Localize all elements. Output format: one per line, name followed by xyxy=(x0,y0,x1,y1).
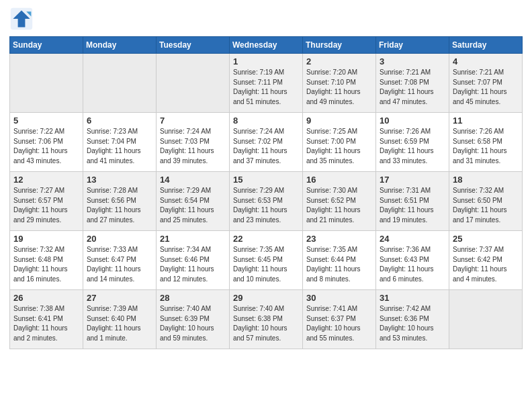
day-number: 7 xyxy=(160,116,226,126)
day-info: Sunrise: 7:38 AMSunset: 6:41 PMDaylight:… xyxy=(13,304,79,343)
day-number: 15 xyxy=(233,175,299,185)
calendar-cell: 27Sunrise: 7:39 AMSunset: 6:40 PMDayligh… xyxy=(83,290,157,349)
calendar-cell xyxy=(10,54,83,113)
col-header-saturday: Saturday xyxy=(449,37,523,54)
day-number: 6 xyxy=(87,116,152,126)
day-number: 5 xyxy=(13,116,79,126)
calendar-cell: 4Sunrise: 7:21 AMSunset: 7:07 PMDaylight… xyxy=(449,54,523,113)
calendar-cell: 3Sunrise: 7:21 AMSunset: 7:08 PMDaylight… xyxy=(376,54,449,113)
calendar-cell: 30Sunrise: 7:41 AMSunset: 6:37 PMDayligh… xyxy=(303,290,376,349)
day-number: 30 xyxy=(306,293,372,303)
day-info: Sunrise: 7:40 AMSunset: 6:39 PMDaylight:… xyxy=(160,304,226,343)
day-info: Sunrise: 7:24 AMSunset: 7:02 PMDaylight:… xyxy=(233,127,299,166)
day-number: 27 xyxy=(87,293,152,303)
day-number: 20 xyxy=(87,234,152,244)
calendar-cell: 12Sunrise: 7:27 AMSunset: 6:57 PMDayligh… xyxy=(10,172,83,231)
col-header-wednesday: Wednesday xyxy=(230,37,303,54)
calendar-cell: 7Sunrise: 7:24 AMSunset: 7:03 PMDaylight… xyxy=(157,113,230,172)
day-number: 11 xyxy=(453,116,519,126)
calendar-week-3: 12Sunrise: 7:27 AMSunset: 6:57 PMDayligh… xyxy=(10,172,523,231)
day-number: 8 xyxy=(233,116,299,126)
col-header-monday: Monday xyxy=(83,37,157,54)
calendar-cell: 10Sunrise: 7:26 AMSunset: 6:59 PMDayligh… xyxy=(376,113,449,172)
day-number: 2 xyxy=(306,56,372,66)
day-info: Sunrise: 7:27 AMSunset: 6:57 PMDaylight:… xyxy=(13,186,79,225)
calendar-cell: 19Sunrise: 7:32 AMSunset: 6:48 PMDayligh… xyxy=(10,231,83,290)
calendar-cell: 13Sunrise: 7:28 AMSunset: 6:56 PMDayligh… xyxy=(83,172,157,231)
day-info: Sunrise: 7:35 AMSunset: 6:44 PMDaylight:… xyxy=(306,245,372,284)
calendar-cell xyxy=(157,54,230,113)
day-info: Sunrise: 7:26 AMSunset: 6:59 PMDaylight:… xyxy=(380,127,445,166)
day-info: Sunrise: 7:24 AMSunset: 7:03 PMDaylight:… xyxy=(160,127,226,166)
calendar-week-1: 1Sunrise: 7:19 AMSunset: 7:11 PMDaylight… xyxy=(10,54,523,113)
day-info: Sunrise: 7:37 AMSunset: 6:42 PMDaylight:… xyxy=(453,245,519,284)
day-number: 10 xyxy=(380,116,445,126)
day-info: Sunrise: 7:35 AMSunset: 6:45 PMDaylight:… xyxy=(233,245,299,284)
day-number: 23 xyxy=(306,234,372,244)
calendar-cell: 23Sunrise: 7:35 AMSunset: 6:44 PMDayligh… xyxy=(303,231,376,290)
day-info: Sunrise: 7:23 AMSunset: 7:04 PMDaylight:… xyxy=(87,127,152,166)
day-info: Sunrise: 7:34 AMSunset: 6:46 PMDaylight:… xyxy=(160,245,226,284)
day-info: Sunrise: 7:19 AMSunset: 7:11 PMDaylight:… xyxy=(233,68,299,107)
day-info: Sunrise: 7:20 AMSunset: 7:10 PMDaylight:… xyxy=(306,68,372,107)
calendar-cell: 22Sunrise: 7:35 AMSunset: 6:45 PMDayligh… xyxy=(230,231,303,290)
day-info: Sunrise: 7:21 AMSunset: 7:08 PMDaylight:… xyxy=(380,68,445,107)
calendar-week-4: 19Sunrise: 7:32 AMSunset: 6:48 PMDayligh… xyxy=(10,231,523,290)
calendar-cell: 24Sunrise: 7:36 AMSunset: 6:43 PMDayligh… xyxy=(376,231,449,290)
calendar-cell: 9Sunrise: 7:25 AMSunset: 7:00 PMDaylight… xyxy=(303,113,376,172)
day-number: 17 xyxy=(380,175,445,185)
calendar-cell: 15Sunrise: 7:29 AMSunset: 6:53 PMDayligh… xyxy=(230,172,303,231)
calendar-cell: 17Sunrise: 7:31 AMSunset: 6:51 PMDayligh… xyxy=(376,172,449,231)
day-number: 16 xyxy=(306,175,372,185)
calendar-cell: 16Sunrise: 7:30 AMSunset: 6:52 PMDayligh… xyxy=(303,172,376,231)
day-info: Sunrise: 7:29 AMSunset: 6:54 PMDaylight:… xyxy=(160,186,226,225)
day-info: Sunrise: 7:32 AMSunset: 6:50 PMDaylight:… xyxy=(453,186,519,225)
calendar-cell xyxy=(449,290,523,349)
day-number: 14 xyxy=(160,175,226,185)
day-info: Sunrise: 7:41 AMSunset: 6:37 PMDaylight:… xyxy=(306,304,372,343)
day-info: Sunrise: 7:25 AMSunset: 7:00 PMDaylight:… xyxy=(306,127,372,166)
calendar-cell: 8Sunrise: 7:24 AMSunset: 7:02 PMDaylight… xyxy=(230,113,303,172)
day-info: Sunrise: 7:39 AMSunset: 6:40 PMDaylight:… xyxy=(87,304,152,343)
day-number: 18 xyxy=(453,175,519,185)
calendar-cell: 1Sunrise: 7:19 AMSunset: 7:11 PMDaylight… xyxy=(230,54,303,113)
day-info: Sunrise: 7:32 AMSunset: 6:48 PMDaylight:… xyxy=(13,245,79,284)
day-number: 21 xyxy=(160,234,226,244)
calendar-cell: 26Sunrise: 7:38 AMSunset: 6:41 PMDayligh… xyxy=(10,290,83,349)
calendar-week-2: 5Sunrise: 7:22 AMSunset: 7:06 PMDaylight… xyxy=(10,113,523,172)
calendar-cell: 31Sunrise: 7:42 AMSunset: 6:36 PMDayligh… xyxy=(376,290,449,349)
calendar-week-5: 26Sunrise: 7:38 AMSunset: 6:41 PMDayligh… xyxy=(10,290,523,349)
calendar-cell: 14Sunrise: 7:29 AMSunset: 6:54 PMDayligh… xyxy=(157,172,230,231)
calendar-cell: 29Sunrise: 7:40 AMSunset: 6:38 PMDayligh… xyxy=(230,290,303,349)
day-number: 31 xyxy=(380,293,445,303)
day-number: 28 xyxy=(160,293,226,303)
page: SundayMondayTuesdayWednesdayThursdayFrid… xyxy=(0,0,532,411)
logo-icon xyxy=(9,7,34,31)
col-header-thursday: Thursday xyxy=(303,37,376,54)
calendar-cell: 5Sunrise: 7:22 AMSunset: 7:06 PMDaylight… xyxy=(10,113,83,172)
col-header-friday: Friday xyxy=(376,37,449,54)
day-number: 4 xyxy=(453,56,519,66)
day-number: 1 xyxy=(233,56,299,66)
day-info: Sunrise: 7:36 AMSunset: 6:43 PMDaylight:… xyxy=(380,245,445,284)
calendar-cell: 20Sunrise: 7:33 AMSunset: 6:47 PMDayligh… xyxy=(83,231,157,290)
logo xyxy=(9,7,36,31)
day-info: Sunrise: 7:22 AMSunset: 7:06 PMDaylight:… xyxy=(13,127,79,166)
day-info: Sunrise: 7:31 AMSunset: 6:51 PMDaylight:… xyxy=(380,186,445,225)
calendar-cell: 2Sunrise: 7:20 AMSunset: 7:10 PMDaylight… xyxy=(303,54,376,113)
col-header-sunday: Sunday xyxy=(10,37,83,54)
day-number: 29 xyxy=(233,293,299,303)
day-info: Sunrise: 7:29 AMSunset: 6:53 PMDaylight:… xyxy=(233,186,299,225)
calendar-cell xyxy=(83,54,157,113)
day-number: 26 xyxy=(13,293,79,303)
day-number: 3 xyxy=(380,56,445,66)
calendar-cell: 18Sunrise: 7:32 AMSunset: 6:50 PMDayligh… xyxy=(449,172,523,231)
day-number: 19 xyxy=(13,234,79,244)
day-number: 12 xyxy=(13,175,79,185)
day-info: Sunrise: 7:40 AMSunset: 6:38 PMDaylight:… xyxy=(233,304,299,343)
calendar-cell: 21Sunrise: 7:34 AMSunset: 6:46 PMDayligh… xyxy=(157,231,230,290)
calendar-table: SundayMondayTuesdayWednesdayThursdayFrid… xyxy=(9,36,523,349)
day-info: Sunrise: 7:30 AMSunset: 6:52 PMDaylight:… xyxy=(306,186,372,225)
day-info: Sunrise: 7:28 AMSunset: 6:56 PMDaylight:… xyxy=(87,186,152,225)
day-number: 13 xyxy=(87,175,152,185)
